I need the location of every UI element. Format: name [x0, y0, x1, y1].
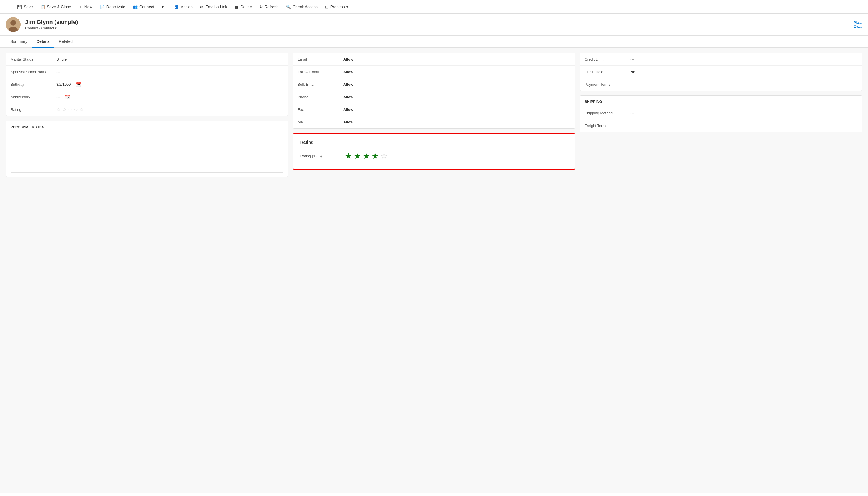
field-shipping-method: Shipping Method --- — [580, 107, 862, 119]
star-2[interactable]: ☆ — [62, 107, 67, 113]
tab-summary[interactable]: Summary — [6, 36, 32, 48]
process-icon: ⊞ — [325, 4, 329, 9]
anniversary-value: --- — [56, 95, 60, 99]
notes-content[interactable]: --- — [11, 133, 284, 155]
notes-title: PERSONAL NOTES — [11, 125, 284, 129]
field-credit-hold: Credit Hold No — [580, 65, 862, 78]
back-icon: ← — [6, 4, 10, 9]
field-bulk-email: Bulk Email Allow — [293, 78, 575, 91]
field-rating: Rating ☆ ☆ ☆ ☆ ☆ — [6, 103, 288, 116]
column-personal: Marital Status Single Spouse/Partner Nam… — [6, 52, 291, 488]
save-icon: 💾 — [17, 4, 22, 9]
popup-star-3[interactable]: ★ — [363, 151, 370, 161]
record-header: Jim Glynn (sample) Contact · Contact ▾ M… — [0, 14, 868, 36]
delete-icon: 🗑 — [234, 4, 239, 9]
field-anniversary: Anniversary --- 📅 — [6, 91, 288, 103]
assign-button[interactable]: 👤 Assign — [171, 3, 196, 11]
field-email-pref: Email Allow — [293, 53, 575, 65]
personal-details-card: Marital Status Single Spouse/Partner Nam… — [6, 52, 288, 116]
column-preferences: Email Allow Follow Email Allow Bulk Emai… — [291, 52, 578, 488]
record-type1: Contact — [25, 26, 38, 30]
calendar-icon[interactable]: 📅 — [76, 82, 81, 87]
field-payment-terms: Payment Terms --- — [580, 78, 862, 91]
separator — [169, 3, 169, 10]
star-1[interactable]: ☆ — [56, 107, 61, 113]
field-spouse-name: Spouse/Partner Name --- — [6, 65, 288, 78]
check-access-button[interactable]: 🔍 Check Access — [283, 3, 321, 11]
save-close-button[interactable]: 📋 Save & Close — [37, 3, 75, 11]
svg-point-1 — [10, 20, 16, 26]
tab-related[interactable]: Related — [54, 36, 77, 48]
field-marital-status: Marital Status Single — [6, 53, 288, 65]
field-follow-email: Follow Email Allow — [293, 65, 575, 78]
new-button[interactable]: ＋ New — [75, 3, 96, 11]
star-3[interactable]: ☆ — [68, 107, 72, 113]
contact-preferences-card: Email Allow Follow Email Allow Bulk Emai… — [293, 52, 575, 129]
field-phone-pref: Phone Allow — [293, 91, 575, 103]
rating-popup: Rating Rating (1 - 5) ★ ★ ★ ★ ☆ — [293, 133, 575, 170]
popup-star-2[interactable]: ★ — [354, 151, 361, 161]
record-name: Jim Glynn (sample) — [25, 19, 849, 26]
tab-details[interactable]: Details — [32, 36, 54, 48]
rating-popup-label: Rating (1 - 5) — [300, 154, 340, 158]
connect-icon: 👥 — [133, 4, 138, 9]
toolbar: ← 💾 Save 📋 Save & Close ＋ New 📄 Deactiva… — [0, 0, 868, 14]
star-4[interactable]: ☆ — [74, 107, 78, 113]
plus-icon: ＋ — [79, 4, 83, 10]
process-dropdown-icon: ▾ — [346, 4, 348, 9]
deactivate-button[interactable]: 📄 Deactivate — [96, 3, 129, 11]
avatar — [6, 17, 20, 32]
email-link-button[interactable]: ✉ Email a Link — [197, 3, 230, 11]
popup-star-5[interactable]: ☆ — [380, 151, 387, 161]
assign-icon: 👤 — [174, 4, 179, 9]
back-button[interactable]: ← — [2, 3, 13, 11]
field-birthday: Birthday 3/2/1959 📅 — [6, 78, 288, 91]
connect-dropdown-button[interactable]: ▾ — [158, 3, 167, 11]
type2-chevron-icon: ▾ — [55, 26, 57, 30]
shipping-card: SHIPPING Shipping Method --- Freight Ter… — [580, 95, 862, 132]
save-button[interactable]: 💾 Save — [14, 3, 36, 11]
field-mail-pref: Mail Allow — [293, 116, 575, 128]
header-right-info: Ma... Ow... — [853, 20, 862, 29]
field-fax-pref: Fax Allow — [293, 103, 575, 116]
process-button[interactable]: ⊞ Process ▾ — [322, 3, 352, 11]
star-5[interactable]: ☆ — [79, 107, 84, 113]
notes-divider — [11, 172, 284, 173]
record-type2-dropdown[interactable]: Contact ▾ — [41, 26, 57, 30]
rating-popup-title: Rating — [300, 140, 568, 144]
record-subtitle: Contact · Contact ▾ — [25, 26, 849, 30]
credit-card: Credit Limit --- Credit Hold No Payment … — [580, 52, 862, 91]
anniversary-calendar-icon[interactable]: 📅 — [65, 94, 70, 100]
save-close-icon: 📋 — [40, 4, 45, 9]
rating-popup-stars[interactable]: ★ ★ ★ ★ ☆ — [345, 151, 387, 161]
field-credit-limit: Credit Limit --- — [580, 53, 862, 65]
refresh-icon: ↻ — [259, 4, 263, 9]
separator-dot: · — [39, 26, 40, 30]
column-billing: Credit Limit --- Credit Hold No Payment … — [577, 52, 862, 488]
email-icon: ✉ — [200, 4, 204, 9]
check-access-icon: 🔍 — [286, 4, 291, 9]
rating-stars[interactable]: ☆ ☆ ☆ ☆ ☆ — [56, 107, 84, 113]
popup-star-1[interactable]: ★ — [345, 151, 352, 161]
refresh-button[interactable]: ↻ Refresh — [256, 3, 282, 11]
connect-button[interactable]: 👥 Connect — [129, 3, 157, 11]
field-freight-terms: Freight Terms --- — [580, 119, 862, 132]
navigation-tabs: Summary Details Related — [0, 36, 868, 48]
delete-button[interactable]: 🗑 Delete — [231, 3, 255, 11]
birthday-value: 3/2/1959 — [56, 82, 71, 87]
main-content: Marital Status Single Spouse/Partner Nam… — [0, 48, 868, 493]
deactivate-icon: 📄 — [100, 4, 105, 9]
rating-popup-field: Rating (1 - 5) ★ ★ ★ ★ ☆ — [300, 149, 568, 163]
personal-notes-card: PERSONAL NOTES --- — [6, 121, 288, 177]
popup-star-4[interactable]: ★ — [371, 151, 379, 161]
shipping-title: SHIPPING — [580, 96, 862, 107]
chevron-down-icon: ▾ — [162, 4, 164, 9]
header-info: Jim Glynn (sample) Contact · Contact ▾ — [25, 19, 849, 30]
